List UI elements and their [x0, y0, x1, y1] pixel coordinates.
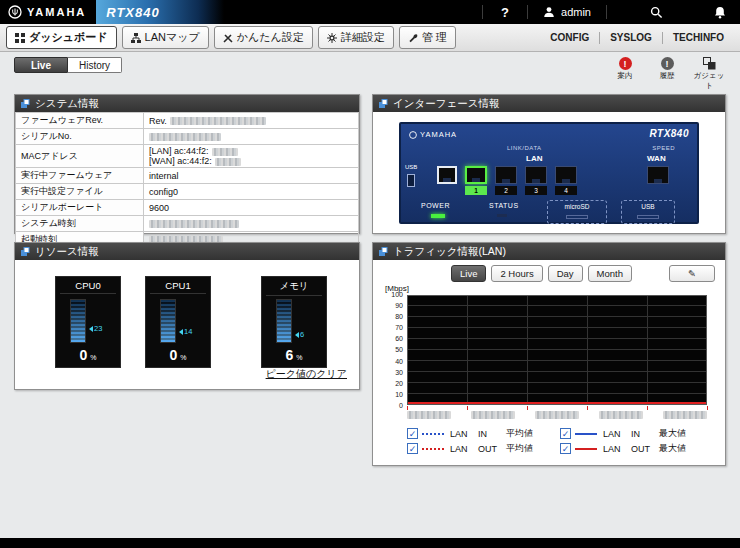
gauge-title: CPU1 — [150, 277, 206, 294]
brand-text: YAMAHA — [27, 6, 86, 18]
lan-port-4 — [555, 166, 577, 184]
redacted-value — [212, 148, 238, 156]
link-config[interactable]: CONFIG — [540, 32, 599, 43]
row-label: 実行中設定ファイル — [16, 184, 144, 200]
guide-notice-button[interactable]: ! 案内 — [608, 57, 642, 91]
power-led — [431, 214, 445, 218]
rtx840-dashboard-page: YAMAHA RTX840 ? admin ダッシュボード — [0, 0, 740, 548]
gauge-value: 6% — [262, 346, 326, 364]
microsd-slot-opening — [566, 215, 588, 219]
panel-title: リソース情報 — [35, 245, 99, 259]
panel-title: インターフェース情報 — [393, 97, 499, 111]
link-syslog[interactable]: SYSLOG — [600, 32, 662, 43]
titlebar: YAMAHA RTX840 ? admin — [0, 0, 740, 24]
redacted-time-label — [471, 411, 515, 419]
row-value: 9600 — [144, 200, 359, 216]
help-button[interactable]: ? — [483, 0, 527, 24]
legend-row: ✓ LAN OUT 平均値 ✓ LAN OUT 最大値 — [407, 441, 713, 456]
main-nav: ダッシュボード LANマップ かんたん設定 詳細設定 管 理 CONFIG SY… — [0, 24, 740, 52]
panel-header-icon — [379, 247, 388, 256]
solid-blue-line-icon — [575, 433, 597, 435]
search-icon — [650, 6, 663, 19]
gauge-value: 0% — [146, 346, 210, 364]
dotted-red-line-icon — [422, 448, 444, 450]
search-button[interactable] — [635, 0, 678, 24]
user-name: admin — [561, 6, 591, 18]
gauge-title: メモリ — [266, 277, 322, 296]
lan-out-series-line — [408, 402, 706, 404]
usb-side-port — [407, 174, 415, 187]
interface-info-panel: インターフェース情報 YAMAHA RTX840 LINK/DATA SPEED… — [372, 94, 726, 234]
redacted-value — [149, 133, 221, 141]
view-bar: Live History ! 案内 ! 履歴 ガジェット — [14, 57, 726, 83]
panel-title: システム情報 — [35, 97, 99, 111]
traffic-range-buttons: Live 2 Hours Day Month ✎ — [451, 265, 715, 282]
lan-label: LAN — [526, 154, 542, 163]
tab-dashboard[interactable]: ダッシュボード — [6, 26, 117, 49]
checkbox-checked[interactable]: ✓ — [407, 443, 418, 454]
tab-detailed-settings[interactable]: 詳細設定 — [318, 26, 394, 49]
user-menu[interactable]: admin — [528, 0, 606, 24]
range-live-button[interactable]: Live — [451, 265, 486, 282]
range-month-button[interactable]: Month — [588, 265, 632, 282]
yamaha-logo-icon — [8, 5, 22, 19]
gauge-meter — [70, 299, 86, 343]
peak-arrow-icon — [179, 329, 183, 335]
history-toggle-button[interactable]: History — [68, 57, 122, 73]
row-value: internal — [144, 168, 359, 184]
status-led — [497, 214, 507, 217]
gauge-peak-marker: 23 — [89, 324, 102, 333]
checkbox-checked[interactable]: ✓ — [560, 428, 571, 439]
checkbox-checked[interactable]: ✓ — [560, 443, 571, 454]
tab-management[interactable]: 管 理 — [399, 26, 456, 49]
dashboard-icon — [15, 33, 25, 43]
model-badge: RTX840 — [96, 0, 224, 24]
notice-icons: ! 案内 ! 履歴 ガジェット — [608, 57, 726, 91]
interface-body: YAMAHA RTX840 LINK/DATA SPEED LAN WAN US… — [373, 112, 725, 233]
tab-lan-map[interactable]: LANマップ — [122, 26, 209, 49]
range-2hours-button[interactable]: 2 Hours — [491, 265, 542, 282]
pencil-icon: ✎ — [688, 268, 696, 279]
table-row: 実行中ファームウェア internal — [16, 168, 359, 184]
row-label: ファームウェアRev. — [16, 113, 144, 129]
tools-icon — [223, 33, 233, 43]
link-techinfo[interactable]: TECHINFO — [663, 32, 734, 43]
y-axis-ticks: 100 90 80 70 60 50 40 30 20 10 0 — [377, 291, 403, 409]
range-day-button[interactable]: Day — [548, 265, 583, 282]
row-label: シリアルNo. — [16, 129, 144, 145]
status-label: STATUS — [489, 202, 519, 209]
link-data-label: LINK/DATA — [507, 145, 542, 151]
gauge-peak-marker: 6 — [295, 330, 304, 339]
panel-header-icon — [21, 247, 30, 256]
divider — [606, 5, 607, 19]
microsd-label: microSD — [548, 203, 606, 210]
usb-label: USB — [622, 203, 674, 210]
gauge-peak-marker: 14 — [179, 327, 192, 336]
checkbox-checked[interactable]: ✓ — [407, 428, 418, 439]
usb-slot: USB — [621, 200, 675, 224]
console-port — [437, 166, 457, 184]
row-value: config0 — [144, 184, 359, 200]
port-number: 3 — [525, 186, 547, 195]
device-brand: YAMAHA — [409, 130, 457, 139]
redacted-time-label — [599, 411, 643, 419]
history-badge-icon: ! — [661, 57, 674, 70]
panel-header: リソース情報 — [15, 243, 359, 260]
notifications-button[interactable] — [700, 0, 740, 24]
titlebar-actions: ? admin — [482, 0, 740, 24]
footer-bar — [0, 538, 740, 548]
tab-label: 管 理 — [422, 30, 447, 45]
clear-peak-link[interactable]: ピーク値のクリア — [266, 367, 347, 381]
tab-label: かんたん設定 — [237, 30, 304, 45]
dotted-blue-line-icon — [422, 433, 444, 435]
panel-header-icon — [379, 99, 388, 108]
table-row: ファームウェアRev. Rev. — [16, 113, 359, 129]
edit-chart-button[interactable]: ✎ — [669, 265, 715, 282]
port-number: 1 — [465, 186, 487, 195]
router-faceplate: YAMAHA RTX840 LINK/DATA SPEED LAN WAN US… — [399, 122, 699, 224]
wan-port — [647, 166, 669, 184]
live-toggle-button[interactable]: Live — [14, 57, 68, 73]
gadget-button[interactable]: ガジェット — [692, 57, 726, 91]
history-notice-button[interactable]: ! 履歴 — [650, 57, 684, 91]
tab-easy-settings[interactable]: かんたん設定 — [214, 26, 313, 49]
